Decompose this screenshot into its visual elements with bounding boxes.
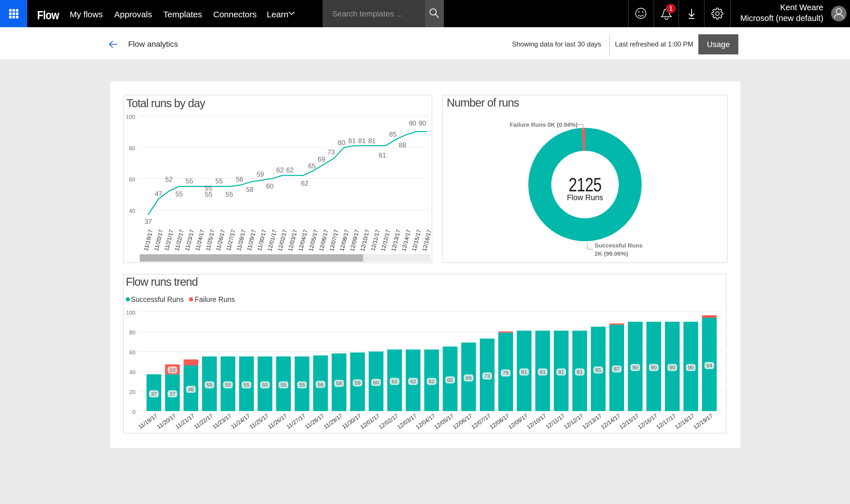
svg-text:55: 55 — [215, 177, 223, 185]
svg-text:65: 65 — [308, 162, 316, 170]
svg-text:12/04/17: 12/04/17 — [415, 412, 436, 430]
svg-text:12/07/17: 12/07/17 — [328, 229, 340, 252]
svg-text:73: 73 — [327, 148, 335, 156]
svg-text:Failure Runs: Failure Runs — [195, 295, 235, 303]
svg-text:58: 58 — [336, 380, 342, 386]
svg-text:Successful Runs: Successful Runs — [595, 242, 643, 249]
svg-text:55: 55 — [299, 382, 305, 388]
svg-text:12/06/17: 12/06/17 — [452, 412, 473, 430]
svg-text:37: 37 — [145, 218, 152, 226]
svg-text:11/27/17: 11/27/17 — [285, 412, 307, 430]
svg-text:12/05/17: 12/05/17 — [308, 229, 319, 252]
svg-text:2K (99.06%): 2K (99.06%) — [595, 250, 628, 257]
svg-text:90: 90 — [632, 364, 638, 371]
svg-text:12/13/17: 12/13/17 — [390, 229, 401, 252]
svg-text:55: 55 — [262, 382, 268, 388]
svg-text:11/24/17: 11/24/17 — [194, 229, 205, 251]
svg-text:46: 46 — [188, 386, 194, 392]
svg-text:11/23/17: 11/23/17 — [184, 229, 195, 251]
svg-text:12/16/17: 12/16/17 — [421, 229, 432, 252]
svg-text:55: 55 — [206, 382, 212, 388]
svg-text:11/19/17: 11/19/17 — [137, 412, 159, 430]
svg-text:11/30/17: 11/30/17 — [256, 229, 267, 251]
svg-text:12/03/17: 12/03/17 — [396, 412, 417, 430]
svg-text:12/01/17: 12/01/17 — [359, 412, 381, 430]
svg-text:1: 1 — [669, 4, 673, 12]
svg-text:12/19/17: 12/19/17 — [692, 412, 714, 430]
svg-text:11/24/17: 11/24/17 — [230, 412, 251, 430]
svg-text:Flow Runs: Flow Runs — [567, 193, 603, 202]
svg-text:59: 59 — [355, 380, 361, 386]
svg-text:12/12/17: 12/12/17 — [380, 229, 391, 252]
svg-text:12/15/17: 12/15/17 — [618, 412, 640, 430]
svg-text:62: 62 — [276, 166, 284, 174]
svg-text:12/02/17: 12/02/17 — [277, 229, 288, 252]
svg-text:55: 55 — [186, 177, 193, 185]
svg-text:12/05/17: 12/05/17 — [433, 412, 455, 430]
svg-text:10: 10 — [169, 367, 176, 373]
svg-text:62: 62 — [392, 378, 398, 384]
svg-text:12/18/17: 12/18/17 — [674, 412, 695, 430]
svg-text:12/08/17: 12/08/17 — [489, 412, 510, 430]
svg-text:12/14/17: 12/14/17 — [600, 412, 621, 430]
svg-text:37: 37 — [151, 391, 157, 397]
svg-text:12/14/17: 12/14/17 — [400, 229, 412, 252]
svg-text:12/12/17: 12/12/17 — [563, 412, 584, 430]
svg-text:12/02/17: 12/02/17 — [378, 412, 399, 430]
svg-text:12/10/17: 12/10/17 — [359, 229, 370, 252]
svg-text:Successful Runs: Successful Runs — [131, 295, 184, 303]
svg-text:90: 90 — [419, 119, 426, 127]
svg-text:60: 60 — [129, 349, 135, 356]
svg-text:69: 69 — [318, 155, 325, 163]
svg-text:12/17/17: 12/17/17 — [655, 412, 677, 430]
svg-text:69: 69 — [466, 375, 472, 381]
svg-text:81: 81 — [540, 369, 546, 375]
svg-text:87: 87 — [614, 366, 619, 372]
svg-text:40: 40 — [129, 369, 135, 375]
svg-text:11/22/17: 11/22/17 — [193, 412, 214, 430]
svg-text:80: 80 — [129, 145, 135, 151]
svg-text:56: 56 — [318, 381, 323, 388]
svg-text:60: 60 — [373, 380, 379, 385]
svg-text:55: 55 — [225, 382, 231, 388]
svg-text:11/21/17: 11/21/17 — [163, 229, 175, 251]
svg-text:81: 81 — [348, 137, 356, 145]
svg-text:94: 94 — [706, 363, 712, 368]
svg-text:37: 37 — [169, 391, 176, 397]
svg-text:11/28/17: 11/28/17 — [304, 412, 325, 430]
svg-text:60: 60 — [129, 176, 135, 183]
svg-text:55: 55 — [225, 191, 233, 198]
svg-text:60: 60 — [266, 182, 274, 190]
svg-text:90: 90 — [669, 364, 675, 371]
svg-text:73: 73 — [484, 373, 490, 379]
svg-text:11/26/17: 11/26/17 — [215, 229, 226, 251]
svg-text:11/26/17: 11/26/17 — [267, 412, 288, 430]
svg-text:81: 81 — [558, 369, 564, 375]
svg-text:80: 80 — [129, 329, 135, 336]
svg-text:12/16/17: 12/16/17 — [637, 412, 658, 430]
svg-text:90: 90 — [409, 119, 416, 127]
svg-text:81: 81 — [368, 137, 376, 145]
svg-text:12/13/17: 12/13/17 — [581, 412, 603, 430]
svg-text:12/03/17: 12/03/17 — [287, 229, 298, 252]
svg-text:85: 85 — [389, 130, 397, 138]
svg-text:80: 80 — [338, 139, 345, 147]
svg-text:0: 0 — [132, 409, 135, 415]
svg-text:12/08/17: 12/08/17 — [339, 229, 350, 252]
svg-text:11/23/17: 11/23/17 — [211, 412, 232, 430]
svg-text:11/28/17: 11/28/17 — [236, 229, 247, 251]
svg-text:88: 88 — [399, 141, 406, 149]
svg-text:56: 56 — [236, 176, 243, 183]
svg-text:58: 58 — [246, 186, 254, 193]
svg-text:52: 52 — [165, 176, 173, 183]
svg-text:79: 79 — [503, 370, 509, 376]
svg-text:62: 62 — [286, 166, 294, 174]
svg-text:20: 20 — [129, 389, 135, 395]
svg-text:12/15/17: 12/15/17 — [411, 229, 422, 252]
svg-text:81: 81 — [379, 151, 386, 159]
svg-text:12/04/17: 12/04/17 — [297, 229, 309, 252]
svg-text:85: 85 — [595, 367, 601, 373]
svg-text:12/11/17: 12/11/17 — [544, 412, 566, 430]
svg-text:12/09/17: 12/09/17 — [349, 229, 360, 252]
svg-text:12/10/17: 12/10/17 — [526, 412, 547, 430]
